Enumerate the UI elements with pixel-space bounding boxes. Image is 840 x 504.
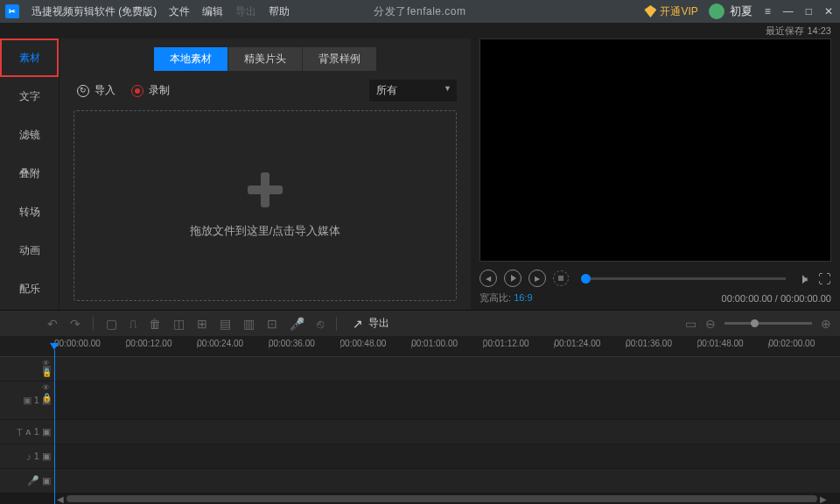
filter-select[interactable]: 所有 [369, 80, 457, 102]
eye-icon[interactable]: 👁 [42, 359, 52, 368]
sub-tabs: 本地素材 精美片头 背景样例 [74, 47, 457, 71]
tool-icon-5[interactable]: ⊡ [267, 317, 277, 331]
import-button[interactable]: ↻ 导入 [77, 83, 116, 98]
tool-icon-2[interactable]: ⊞ [197, 317, 207, 331]
diamond-icon [644, 5, 656, 18]
playhead[interactable] [54, 350, 55, 504]
menu-icon[interactable]: ≡ [763, 5, 773, 18]
volume-icon[interactable]: 🕨 [798, 271, 811, 286]
close-button[interactable]: ✕ [822, 5, 835, 18]
preview-panel: 🕨 ⛶ 宽高比: 16:9 00:00:00.00 / 00:00:00.00 [471, 38, 840, 310]
tool-icon-6[interactable]: ⎋ [317, 317, 324, 331]
dropzone-text: 拖放文件到这里/点击导入媒体 [190, 223, 341, 239]
time-mark: 00:01:36.00 [626, 336, 697, 348]
track-labels: ▣👁🔒 ▣ 1 ▣👁🔒 Tᴀ 1 ▣ ♪ 1 ▣ 🎤 ▣ [0, 357, 54, 494]
vip-button[interactable]: 开通VIP [644, 4, 697, 19]
app-icon: ✂ [5, 4, 19, 18]
export-label: 导出 [368, 316, 389, 331]
fit-icon[interactable]: ▭ [685, 317, 696, 331]
lock-icon[interactable]: 🔒 [42, 368, 52, 377]
side-tab-music[interactable]: 配乐 [0, 270, 59, 308]
zoom-slider[interactable] [724, 322, 812, 325]
tool-icon-3[interactable]: ▤ [220, 317, 231, 331]
track-lane[interactable] [54, 357, 840, 382]
record-label: 录制 [149, 83, 170, 98]
eye-icon[interactable]: 👁 [42, 383, 52, 392]
side-tab-overlay[interactable]: 叠附 [0, 154, 59, 192]
track-label-video[interactable]: ▣👁🔒 [0, 357, 54, 382]
dropzone[interactable]: 拖放文件到这里/点击导入媒体 [74, 110, 457, 301]
track-lanes[interactable] [54, 357, 840, 494]
seek-slider[interactable] [581, 277, 786, 280]
user-info[interactable]: 初夏 [709, 4, 752, 19]
last-save-label: 最近保存 14:23 [766, 24, 831, 38]
side-tab-material[interactable]: 素材 [0, 38, 59, 77]
timeline: 00:00:00.00 00:00:12.00 00:00:24.00 00:0… [0, 336, 840, 504]
menu-export[interactable]: 导出 [235, 4, 256, 19]
redo-icon[interactable]: ↷ [70, 317, 80, 331]
scroll-right-icon[interactable]: ▶ [817, 494, 830, 504]
zoom-in-icon[interactable]: ⊕ [821, 317, 831, 331]
titlebar: ✂ 迅捷视频剪辑软件 (免费版) 文件 编辑 导出 帮助 分发了fenfale.… [0, 0, 840, 23]
preview-info: 宽高比: 16:9 00:00:00.00 / 00:00:00.00 [480, 290, 831, 304]
track-lane[interactable] [54, 444, 840, 469]
side-tab-transition[interactable]: 转场 [0, 192, 59, 231]
track-lane[interactable] [54, 420, 840, 444]
time-mark: 00:00:00.00 [54, 336, 126, 348]
fullscreen-icon[interactable]: ⛶ [818, 271, 831, 286]
tool-icon-1[interactable]: ◫ [173, 317, 185, 331]
track-label-text[interactable]: Tᴀ 1 ▣ [0, 420, 54, 444]
aspect-value[interactable]: 16:9 [514, 292, 532, 303]
side-tab-text[interactable]: 文字 [0, 77, 59, 116]
menu-edit[interactable]: 编辑 [202, 4, 223, 19]
lock-icon[interactable]: 🔒 [42, 393, 52, 402]
aspect-label: 宽高比: [480, 292, 511, 303]
track-lane[interactable] [54, 469, 840, 494]
user-name: 初夏 [730, 4, 752, 19]
horizontal-scrollbar[interactable]: ◀ ▶ [0, 494, 840, 504]
sub-tab-background[interactable]: 背景样例 [303, 47, 376, 71]
avatar [709, 4, 724, 19]
time-current: 00:00:00.00 [722, 293, 773, 304]
sub-tab-local[interactable]: 本地素材 [154, 47, 228, 71]
mic-icon[interactable]: 🎤 [290, 317, 304, 331]
next-frame-button[interactable] [528, 270, 546, 287]
menu-file[interactable]: 文件 [169, 4, 190, 19]
side-tab-filter[interactable]: 滤镜 [0, 116, 59, 154]
track-label-video-main[interactable]: ▣ 1 ▣👁🔒 [0, 382, 54, 420]
app-title: 迅捷视频剪辑软件 (免费版) [32, 4, 157, 19]
export-button[interactable]: ↗ 导出 [353, 316, 389, 331]
delete-icon[interactable]: 🗑 [149, 317, 161, 331]
preview-viewport[interactable] [480, 38, 831, 262]
undo-icon[interactable]: ↶ [47, 317, 58, 331]
track-label-audio[interactable]: ♪ 1 ▣ [0, 444, 54, 469]
scroll-track[interactable] [66, 495, 817, 502]
separator [336, 317, 337, 331]
crop-icon[interactable]: ▢ [106, 317, 117, 331]
record-button[interactable]: 录制 [131, 83, 170, 98]
maximize-button[interactable]: □ [804, 5, 814, 18]
vip-label: 开通VIP [660, 4, 697, 19]
play-button[interactable] [504, 270, 522, 287]
tool-icon-4[interactable]: ▥ [243, 317, 255, 331]
split-icon[interactable]: ⎍ [130, 317, 136, 331]
time-mark: 00:00:48.00 [340, 336, 412, 348]
side-tab-animation[interactable]: 动画 [0, 231, 59, 270]
sub-tab-intro[interactable]: 精美片头 [228, 47, 303, 71]
prev-frame-button[interactable] [480, 270, 497, 287]
scroll-left-icon[interactable]: ◀ [54, 494, 66, 504]
scroll-thumb[interactable] [66, 495, 817, 502]
track-label-voice[interactable]: 🎤 ▣ [0, 469, 54, 494]
center-panel: 本地素材 精美片头 背景样例 ↻ 导入 录制 所有 拖放文件到这里/点击导入媒体 [60, 38, 471, 310]
mic-track-icon: 🎤 [27, 475, 39, 486]
seek-thumb[interactable] [581, 274, 591, 284]
zoom-out-icon[interactable]: ⊖ [705, 317, 716, 331]
minimize-button[interactable]: — [781, 5, 795, 18]
time-display: 00:00:00.00 / 00:00:00.00 [722, 293, 831, 304]
track-lane[interactable] [54, 382, 840, 420]
video-track-icon: ▣ [23, 395, 32, 406]
zoom-thumb[interactable] [751, 319, 759, 327]
time-ruler[interactable]: 00:00:00.00 00:00:12.00 00:00:24.00 00:0… [0, 336, 840, 357]
menu-help[interactable]: 帮助 [269, 4, 290, 19]
stop-button[interactable] [553, 270, 569, 286]
